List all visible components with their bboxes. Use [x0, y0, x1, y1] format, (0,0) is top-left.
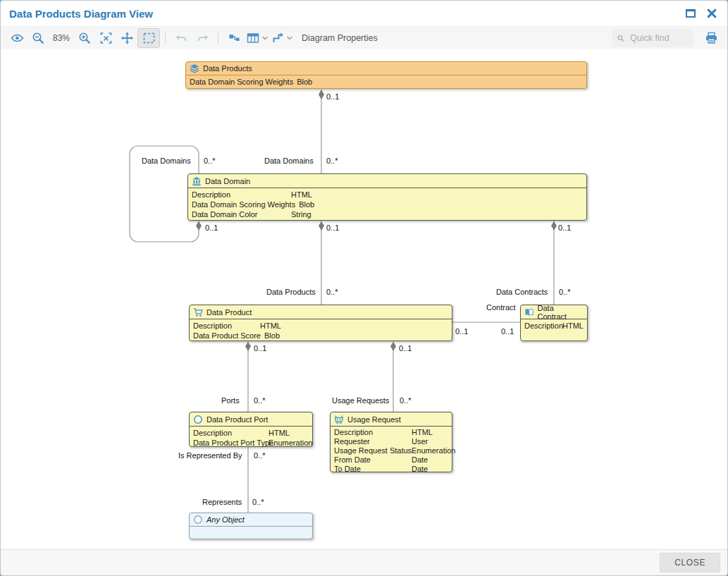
multiplicity-label: 0..1	[254, 344, 266, 353]
pan-icon	[121, 32, 134, 44]
attribute-row: Data Product Port Type Enumeration	[193, 438, 309, 448]
diagram-properties-button[interactable]: Diagram Properties	[295, 33, 385, 43]
attribute-row: To Date Date	[334, 465, 448, 474]
attribute-row: Usage Request Status Enumeration	[334, 446, 448, 455]
connector-label: Ports	[221, 396, 240, 405]
marquee-select-button[interactable]	[137, 28, 160, 48]
entity-usage-request[interactable]: Usage Request Description HTML Requester…	[330, 412, 452, 472]
quick-find-input[interactable]	[629, 32, 688, 44]
connector-label: Data Products	[266, 288, 316, 296]
diagram-view-dialog: Data Products Diagram View	[0, 0, 728, 576]
multiplicity-label: 0..1	[558, 223, 571, 232]
table-view-button[interactable]	[245, 29, 270, 47]
auto-layout-button[interactable]	[223, 29, 245, 47]
diamond-end	[196, 221, 202, 231]
multiplicity-label: 0..1	[326, 92, 339, 101]
multiplicity-label: 0..*	[326, 157, 338, 165]
multiplicity-label: 0..*	[559, 288, 571, 296]
entity-title: Any Object	[206, 515, 245, 524]
table-view-icon	[246, 32, 260, 44]
print-icon	[705, 32, 718, 44]
multiplicity-label: 0..1	[501, 327, 514, 336]
attribute-row: From Date Date	[334, 455, 448, 465]
diamond-end	[551, 221, 557, 231]
multiplicity-label: 0..1	[326, 223, 339, 232]
entity-title: Data Product Port	[206, 415, 268, 424]
connector-label: Data Domains	[264, 157, 314, 165]
multiplicity-label: 0..*	[204, 157, 216, 165]
entity-data-domain[interactable]: Data Domain Description HTML Data Domain…	[187, 173, 587, 221]
zoom-in-icon	[78, 32, 91, 44]
close-button[interactable]	[705, 6, 719, 20]
book-icon	[524, 307, 534, 317]
zoom-out-icon	[32, 32, 44, 44]
circle-icon	[193, 415, 203, 424]
entity-data-contract[interactable]: Data Contract Description HTML	[520, 305, 588, 341]
empty-attribute-area	[190, 527, 312, 529]
search-icon	[617, 33, 624, 44]
diamond-end	[390, 342, 396, 351]
connector-style-icon	[271, 32, 285, 44]
maximize-button[interactable]	[684, 6, 698, 20]
multiplicity-label: 0..*	[400, 396, 412, 405]
zoom-out-button[interactable]	[27, 29, 49, 47]
attribute-row: Description HTML	[193, 321, 448, 331]
attribute-row: Description HTML	[193, 428, 309, 438]
multiplicity-label: 0..*	[254, 451, 266, 460]
redo-icon	[196, 32, 209, 44]
connector-label: Data Contracts	[496, 288, 548, 296]
dialog-footer: CLOSE	[1, 549, 728, 575]
multiplicity-label: 0..1	[205, 223, 218, 232]
attribute-row: Data Domain Scoring Weights Blob	[190, 77, 583, 87]
zoom-level-label: 83%	[49, 33, 74, 43]
eye-icon	[11, 32, 24, 44]
cart-icon	[193, 307, 203, 317]
connector-label: Is Represented By	[178, 451, 242, 460]
entity-data-product[interactable]: Data Product Description HTML Data Produ…	[189, 305, 452, 341]
zoom-in-button[interactable]	[74, 29, 95, 47]
diamond-end	[319, 90, 324, 99]
close-icon	[706, 8, 717, 19]
layers-icon	[190, 63, 199, 73]
auto-layout-icon	[228, 32, 241, 44]
view-options-button[interactable]	[6, 29, 27, 47]
pan-button[interactable]	[116, 29, 137, 47]
toolbar-separator	[165, 32, 166, 44]
multiplicity-label: 0..*	[254, 396, 266, 405]
entity-title: Data Products	[203, 64, 252, 73]
entity-title: Data Product	[206, 308, 252, 317]
undo-icon	[175, 32, 188, 44]
multiplicity-label: 0..1	[455, 327, 468, 336]
entity-data-product-port[interactable]: Data Product Port Description HTML Data …	[189, 412, 313, 447]
diagram-toolbar: 83%	[1, 26, 727, 50]
attribute-row: Description HTML	[192, 190, 583, 200]
entity-any-object[interactable]: Any Object	[189, 513, 313, 539]
attribute-row: Requester User	[334, 437, 448, 446]
redo-button[interactable]	[192, 29, 213, 47]
building-icon	[192, 176, 202, 186]
quick-find-box	[612, 30, 693, 47]
toolbar-separator	[218, 32, 218, 44]
connector-label: Contract	[486, 303, 516, 312]
undo-button[interactable]	[171, 29, 192, 47]
attribute-row: Description HTML	[334, 428, 448, 437]
entity-data-products[interactable]: Data Products Data Domain Scoring Weight…	[185, 61, 587, 89]
multiplicity-label: 0..*	[326, 288, 338, 296]
attribute-row: Data Product Score Blob	[193, 331, 448, 341]
diamond-end	[245, 342, 251, 351]
close-dialog-button[interactable]: CLOSE	[660, 553, 720, 572]
attribute-row: Data Domain Scoring Weights Blob	[192, 200, 583, 209]
marquee-select-icon	[142, 32, 156, 44]
chevron-down-icon	[286, 35, 293, 41]
zoom-to-fit-icon	[99, 32, 113, 44]
diagram-canvas[interactable]: 0..1 Data Domains 0..* Data Domains 0..*…	[1, 49, 728, 551]
multiplicity-label: 0..*	[252, 498, 264, 506]
print-button[interactable]	[701, 29, 722, 47]
connector-style-button[interactable]	[270, 29, 295, 47]
connector-wires	[1, 49, 728, 551]
circle-icon	[193, 515, 203, 525]
connector-label: Data Domains	[142, 157, 191, 165]
zoom-to-fit-button[interactable]	[95, 29, 116, 47]
attribute-row: Description HTML	[524, 321, 584, 331]
dialog-title: Data Products Diagram View	[9, 8, 684, 20]
